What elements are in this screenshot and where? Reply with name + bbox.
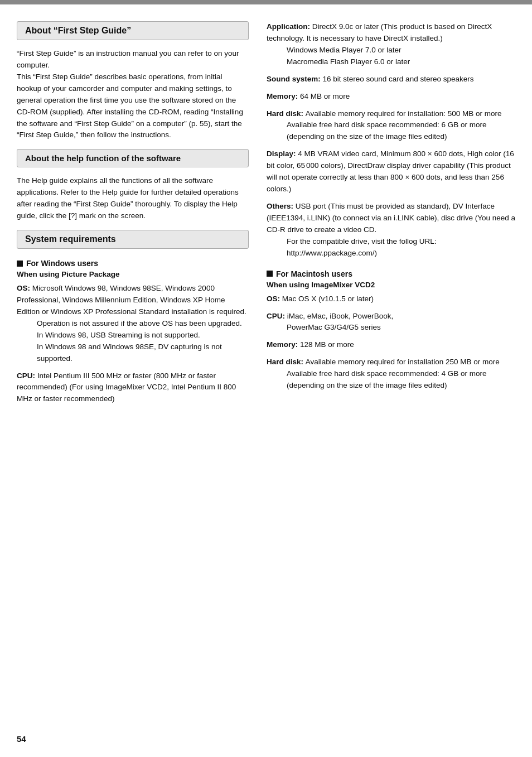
system-requirements-title: System requirements <box>25 234 240 244</box>
left-column: About “First Step Guide” “First Step Gui… <box>17 21 262 411</box>
mac-cpu-spec: CPU: iMac, eMac, iBook, PowerBook, Power… <box>267 311 515 334</box>
mac-os-text: Mac OS X (v10.1.5 or later) <box>282 295 374 303</box>
application-wmp: Windows Media Player 7.0 or later <box>267 45 515 56</box>
mac-hard-disk-text: Available memory required for installati… <box>306 358 500 366</box>
hard-disk-free: Available free hard disk space recommend… <box>267 119 515 131</box>
mac-hard-disk-note: (depending on the size of the image file… <box>267 380 515 392</box>
memory-spec: Memory: 64 MB or more <box>267 91 515 103</box>
page-number: 54 <box>17 734 26 744</box>
application-flash: Macromedia Flash Player 6.0 or later <box>267 56 515 68</box>
mac-os-label: OS: <box>267 295 282 303</box>
windows-os-spec: OS: Microsoft Windows 98, Windows 98SE, … <box>17 283 249 364</box>
windows-users-label: For Windows users <box>26 259 98 268</box>
mac-os-spec: OS: Mac OS X (v10.1.5 or later) <box>267 293 515 305</box>
mac-cpu-text2: PowerMac G3/G4/G5 series <box>267 322 515 334</box>
mac-hard-disk-free: Available free hard disk space recommend… <box>267 368 515 380</box>
first-step-guide-title: About “First Step Guide” <box>25 26 240 36</box>
others-note1: For the compatible drive, visit the foll… <box>267 236 515 248</box>
windows-cpu-text: Intel Pentium III 500 MHz or faster (800… <box>17 372 236 403</box>
mac-users-heading: For Macintosh users <box>267 269 515 278</box>
first-step-guide-section-header: About “First Step Guide” <box>17 21 249 40</box>
hard-disk-label: Hard disk: <box>267 109 306 118</box>
windows-os-note2: In Windows 98, USB Streaming is not supp… <box>17 330 249 341</box>
others-label: Others: <box>267 202 296 210</box>
mac-cpu-label: CPU: <box>267 312 287 320</box>
sound-system-spec: Sound system: 16 bit stereo sound card a… <box>267 74 515 85</box>
application-spec: Application: DirectX 9.0c or later (This… <box>267 21 515 68</box>
mac-memory-text: 128 MB or more <box>300 340 354 349</box>
windows-os-note1: Operation is not assured if the above OS… <box>17 318 249 330</box>
windows-os-note3: In Windows 98 and Windows 98SE, DV captu… <box>17 341 249 365</box>
sound-system-text: 16 bit stereo sound card and stereo spea… <box>323 75 474 83</box>
windows-os-text: Microsoft Windows 98, Windows 98SE, Wind… <box>17 284 246 316</box>
display-label: Display: <box>267 150 298 158</box>
first-step-guide-body: “First Step Guide” is an instruction man… <box>17 48 249 141</box>
windows-cpu-spec: CPU: Intel Pentium III 500 MHz or faster… <box>17 370 249 406</box>
top-bar <box>0 0 532 4</box>
windows-os-label: OS: <box>17 284 32 292</box>
display-text: 4 MB VRAM video card, Minimum 800 × 600 … <box>267 150 514 193</box>
mac-users-label: For Macintosh users <box>276 269 352 278</box>
memory-label: Memory: <box>267 92 300 100</box>
windows-cpu-label: CPU: <box>17 372 37 380</box>
mac-bullet-icon <box>267 271 273 277</box>
sound-system-label: Sound system: <box>267 75 323 83</box>
others-text: USB port (This must be provided as stand… <box>267 202 515 234</box>
right-column: Application: DirectX 9.0c or later (This… <box>262 21 515 411</box>
mac-hard-disk-label: Hard disk: <box>267 358 306 366</box>
others-spec: Others: USB port (This must be provided … <box>267 201 515 259</box>
imagemixer-label: When using ImageMixer VCD2 <box>267 281 515 289</box>
help-function-title: About the help function of the software <box>25 153 240 163</box>
mac-cpu-text: iMac, eMac, iBook, PowerBook, <box>287 312 394 320</box>
windows-bullet-icon <box>17 261 23 267</box>
picture-package-label: When using Picture Package <box>17 270 249 278</box>
application-label: Application: <box>267 22 312 31</box>
others-url: http://www.ppackage.com/) <box>267 248 515 259</box>
help-function-section-header: About the help function of the software <box>17 149 249 167</box>
memory-text: 64 MB or more <box>300 92 350 100</box>
mac-hard-disk-spec: Hard disk: Available memory required for… <box>267 356 515 392</box>
mac-memory-spec: Memory: 128 MB or more <box>267 339 515 351</box>
help-function-body: The Help guide explains all the function… <box>17 175 249 222</box>
hard-disk-note: (depending on the size of the image file… <box>267 131 515 143</box>
display-spec: Display: 4 MB VRAM video card, Minimum 8… <box>267 148 515 195</box>
hard-disk-text: Available memory required for installati… <box>306 109 502 118</box>
mac-memory-label: Memory: <box>267 340 300 349</box>
windows-users-heading: For Windows users <box>17 259 249 268</box>
hard-disk-spec: Hard disk: Available memory required for… <box>267 108 515 143</box>
system-requirements-section-header: System requirements <box>17 230 249 249</box>
